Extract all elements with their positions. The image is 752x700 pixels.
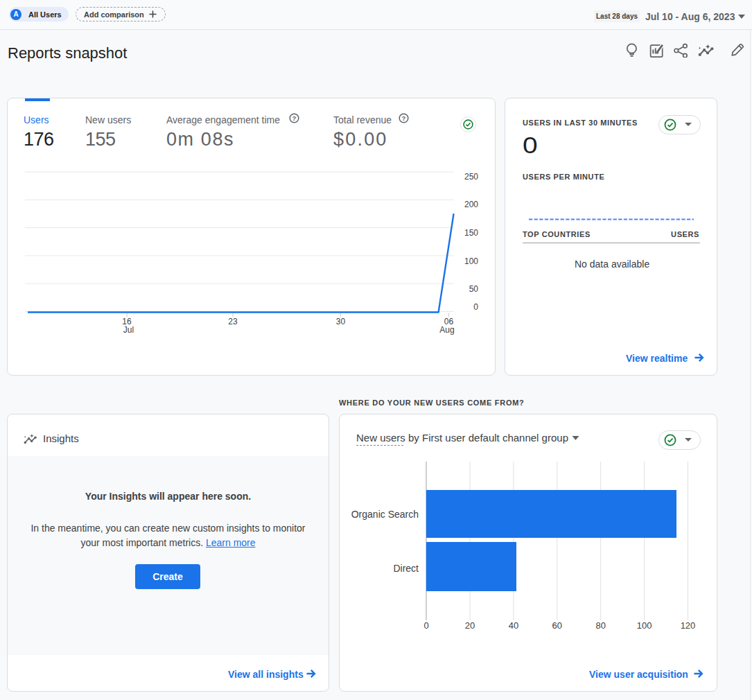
svg-text:250: 250 xyxy=(464,172,478,182)
svg-text:60: 60 xyxy=(552,620,562,631)
svg-text:150: 150 xyxy=(464,228,478,238)
svg-text:Direct: Direct xyxy=(393,563,419,574)
svg-text:0: 0 xyxy=(473,302,478,312)
svg-text:?: ? xyxy=(292,114,297,122)
svg-text:Organic Search: Organic Search xyxy=(351,509,419,520)
svg-text:Aug: Aug xyxy=(439,325,454,335)
svg-text:200: 200 xyxy=(464,200,478,209)
svg-text:30: 30 xyxy=(336,317,346,326)
svg-text:20: 20 xyxy=(465,620,475,631)
svg-text:100: 100 xyxy=(464,256,478,266)
svg-text:40: 40 xyxy=(509,620,518,631)
svg-text:23: 23 xyxy=(228,317,238,326)
svg-text:0: 0 xyxy=(423,620,428,631)
svg-text:100: 100 xyxy=(637,620,652,631)
svg-text:?: ? xyxy=(402,114,406,122)
svg-text:80: 80 xyxy=(595,620,605,631)
svg-text:Jul: Jul xyxy=(123,325,134,335)
svg-text:120: 120 xyxy=(681,620,696,631)
svg-text:50: 50 xyxy=(469,284,479,294)
